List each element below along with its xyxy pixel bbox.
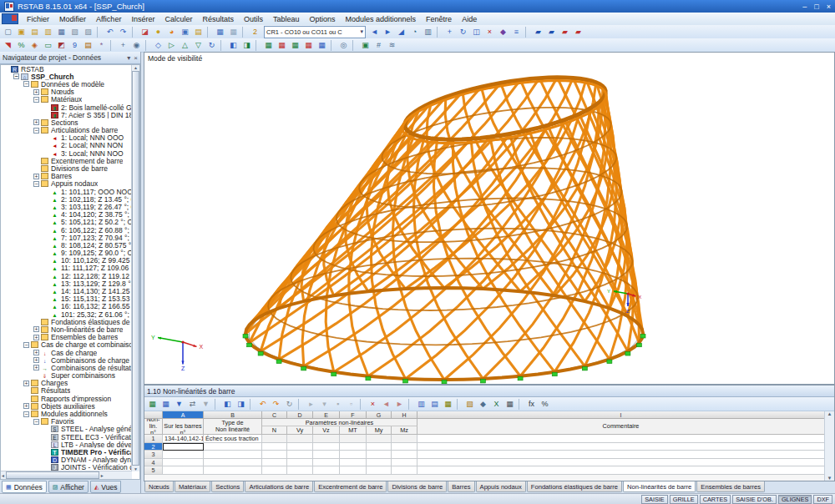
cell[interactable] [262, 459, 287, 467]
cell[interactable] [262, 435, 287, 443]
visual-objects-icon[interactable]: ▤ [82, 39, 94, 51]
tree-item[interactable]: + Ensembles de barres [1, 334, 132, 341]
cell[interactable] [163, 459, 204, 467]
column-letter[interactable]: E [313, 411, 340, 419]
table-refresh-icon[interactable]: ↻ [283, 398, 296, 410]
cell-type[interactable]: Échec sous traction [204, 435, 262, 443]
edit-mode-icon[interactable]: ◪ [139, 26, 151, 38]
load-case-combobox[interactable]: CR1 - CO10 ou CO11 ou C ▾ [264, 26, 366, 38]
cell[interactable] [313, 435, 340, 443]
tree-item[interactable]: ▲ 3: 103,119; Z 26.47 °; OOO NOO [1, 203, 132, 210]
cell[interactable] [313, 443, 340, 451]
menu-item[interactable]: Afficher [91, 13, 126, 25]
cell[interactable] [418, 466, 825, 475]
tree-item[interactable]: − Données de modèle [1, 80, 132, 88]
status-toggle[interactable]: CARTES [700, 495, 731, 504]
display-iz-icon[interactable]: ▦ [289, 39, 301, 51]
cell[interactable] [418, 451, 825, 459]
tree-item[interactable]: ▮ 7: Acier S 355 | DIN 18800:1990-11 [1, 111, 132, 118]
tree-item[interactable]: ⇓ Super combinaisons [1, 372, 132, 380]
quick-view-icon[interactable]: ◆ [477, 398, 489, 410]
table-tab[interactable]: Divisions de barre [387, 481, 447, 492]
panel-icon[interactable]: ▥ [422, 26, 434, 38]
expand-toggle[interactable]: − [33, 419, 39, 425]
table-tab[interactable]: Non-linéarités de barre [623, 481, 696, 492]
tree-item[interactable]: + ↓ Cas de charge [1, 349, 132, 356]
tree-item[interactable]: Excentrement de barre [1, 157, 132, 164]
cell[interactable] [163, 451, 204, 459]
tree-item[interactable]: − Articulations de barre [1, 127, 132, 134]
tree-item[interactable]: + Charges [1, 380, 132, 387]
tree-item[interactable]: Résultats [1, 387, 132, 395]
import-icon[interactable]: ▥ [42, 26, 54, 38]
tree-item[interactable]: ▲ 101: 25,32; Z 61.06 °; OOO OOO [1, 310, 132, 318]
close-button[interactable]: × [827, 3, 831, 11]
open-project-icon[interactable]: ▣ [15, 26, 28, 38]
snap-icon[interactable]: ◈ [28, 39, 41, 51]
tree-item[interactable]: + Objets auxiliaires [1, 402, 132, 410]
expand-toggle[interactable]: + [33, 326, 39, 332]
recalc-load-case-icon[interactable]: ▰ [572, 26, 584, 38]
cell[interactable] [340, 443, 367, 451]
row-number[interactable]: 3 [144, 451, 163, 459]
print-icon[interactable]: ▧ [68, 26, 81, 38]
table-export-icon[interactable]: ▦ [146, 398, 159, 410]
status-toggle[interactable]: GLIGNES [778, 495, 812, 504]
undo-icon[interactable]: ↶ [104, 26, 116, 38]
cell-comment[interactable] [418, 435, 825, 443]
table-settings-icon[interactable]: ▦ [159, 398, 172, 410]
column-letter[interactable]: G [367, 411, 392, 419]
scroll-thumb[interactable] [132, 71, 139, 466]
menu-item[interactable]: Insérer [126, 13, 159, 25]
scroll-up-icon[interactable]: ▲ [134, 65, 138, 70]
cell[interactable] [262, 451, 287, 459]
view-compact-icon[interactable]: ▥ [415, 398, 428, 410]
mirror-icon[interactable]: ◫ [470, 26, 483, 38]
expand-toggle[interactable]: + [33, 365, 39, 370]
tree-item[interactable]: ▲ 12: 112,128; Z 119.12 °; OOO NOO [1, 272, 132, 280]
expand-toggle[interactable]: − [23, 411, 29, 417]
user-snap-icon[interactable]: * [95, 39, 108, 51]
menu-item[interactable]: Modifier [54, 13, 91, 25]
insert-row-icon[interactable]: ▸ [305, 398, 317, 410]
cell[interactable] [340, 451, 367, 459]
table-tab[interactable]: Ensembles de barres [696, 481, 765, 492]
expand-toggle[interactable]: + [33, 335, 39, 340]
grid-icon[interactable]: # [372, 39, 385, 51]
visibility-mode-icon[interactable]: ◧ [227, 39, 240, 51]
export-excel-icon[interactable]: X [490, 398, 503, 410]
cell[interactable] [163, 466, 204, 475]
pan-icon[interactable]: + [117, 39, 129, 51]
cell[interactable] [392, 466, 418, 475]
3d-viewport[interactable]: Mode de visibilité YXZYXZ [144, 52, 835, 385]
tree-item[interactable]: ▲ 9: 109,125; Z 90.0 °; OOO NOO [1, 249, 132, 257]
import-table-icon[interactable]: ▦ [504, 398, 516, 410]
tree-item[interactable]: L LTB - Analyse de déversement [1, 441, 132, 448]
copy-row-icon[interactable]: ▪ [331, 398, 344, 410]
tree-item[interactable]: ◄ 3: Local; NNN NOO [1, 149, 132, 157]
table-follow-icon[interactable]: ⇄ [186, 398, 199, 410]
render-icon[interactable]: ◕ [165, 26, 178, 38]
table-tab[interactable]: Articulations de barre [245, 481, 313, 492]
cell[interactable] [262, 443, 287, 451]
tree-item[interactable]: ◄ 2: Local; NNN NON [1, 142, 132, 149]
cell[interactable] [204, 459, 262, 467]
zoom-icon[interactable]: ● [152, 26, 164, 38]
expand-toggle[interactable]: + [33, 350, 39, 355]
menu-item[interactable]: Fichier [22, 13, 54, 25]
display-custom-icon[interactable]: ▦ [316, 39, 328, 51]
tree-item[interactable]: − ⌂ SSP_Church [1, 73, 132, 80]
tree-item[interactable]: D DYNAM - Analyse dynamique [1, 456, 132, 464]
next-load-case-icon[interactable]: ► [382, 26, 394, 38]
cell[interactable] [392, 443, 418, 451]
cell[interactable] [367, 466, 392, 475]
copy-load-case-icon[interactable]: ▰ [545, 26, 558, 38]
table-tab[interactable]: Excentrement de barre [314, 481, 387, 492]
generate-icon[interactable]: ◆ [497, 26, 509, 38]
tree-item[interactable]: ▲ 2: 102,118; Z 13.45 °; OOO NOO [1, 195, 132, 203]
scroll-right-icon[interactable]: ► [100, 473, 104, 478]
maximize-button[interactable]: □ [814, 3, 818, 11]
tree-item[interactable]: Rapports d'impression [1, 395, 132, 402]
column-letter[interactable]: D [287, 411, 313, 419]
row-number[interactable]: 4 [144, 459, 163, 467]
